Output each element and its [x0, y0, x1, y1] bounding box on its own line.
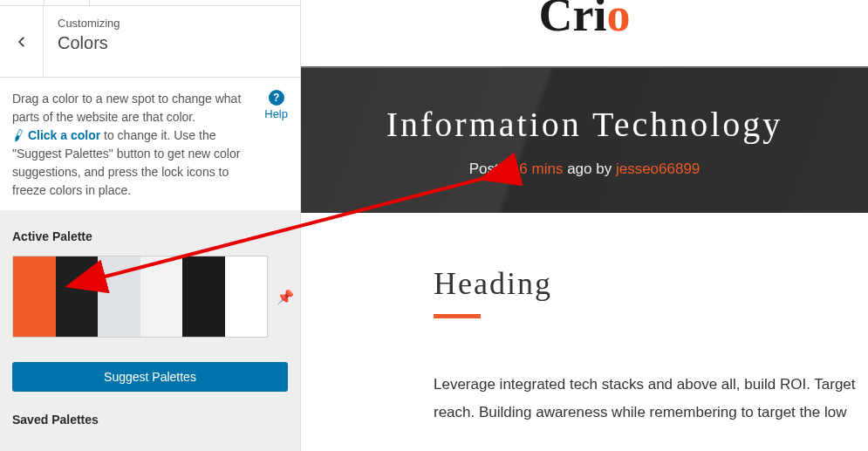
help-icon: ?: [269, 90, 284, 106]
customizer-header: Customizing Colors: [0, 6, 300, 78]
swatch-2[interactable]: [56, 256, 99, 337]
heading-underline: [434, 314, 481, 318]
swatch-1[interactable]: [13, 256, 56, 337]
hero-banner: Information Technology Posted 6 mins ago…: [301, 66, 868, 213]
top-strip: [0, 0, 300, 6]
pin-icon[interactable]: 📌: [277, 289, 294, 305]
hero-meta: Posted 6 mins ago by jesseo66899: [469, 161, 701, 178]
preview-pane: Crio Information Technology Posted 6 min…: [301, 0, 868, 451]
swatch-5[interactable]: [182, 256, 225, 337]
brush-icon: 🖌: [10, 125, 27, 147]
content-heading: Heading: [434, 265, 868, 302]
suggest-palettes-button[interactable]: Suggest Palettes: [12, 362, 288, 392]
saved-palettes-label: Saved Palettes: [0, 392, 300, 427]
logo-text: Cri: [539, 0, 607, 41]
palette-swatches: [12, 256, 268, 338]
site-logo[interactable]: Crio: [539, 0, 631, 38]
swatch-6[interactable]: [225, 256, 268, 337]
swatch-4[interactable]: [140, 256, 183, 337]
meta-time[interactable]: 6 mins: [519, 161, 563, 177]
help-link[interactable]: ? Help: [264, 90, 288, 200]
chevron-left-icon: [16, 36, 28, 48]
desc-line1: Drag a color to a new spot to change wha…: [12, 92, 241, 124]
back-button[interactable]: [0, 6, 44, 77]
swatch-3[interactable]: [98, 256, 140, 337]
click-a-color-link[interactable]: Click a color: [28, 128, 100, 142]
active-palette-label: Active Palette: [12, 229, 288, 243]
meta-author[interactable]: jesseo66899: [616, 161, 700, 177]
hero-title: Information Technology: [386, 104, 783, 145]
meta-posted: Posted: [469, 161, 520, 177]
section-title: Colors: [58, 33, 286, 53]
body-text: Leverage integrated tech stacks and abov…: [434, 371, 868, 427]
logo-accent: o: [606, 0, 630, 41]
logo-bar: Crio: [301, 0, 868, 66]
customizing-label: Customizing: [58, 17, 286, 30]
description-text: Drag a color to a new spot to change wha…: [12, 90, 254, 200]
help-label: Help: [264, 107, 288, 120]
meta-ago-by: ago by: [563, 161, 616, 177]
